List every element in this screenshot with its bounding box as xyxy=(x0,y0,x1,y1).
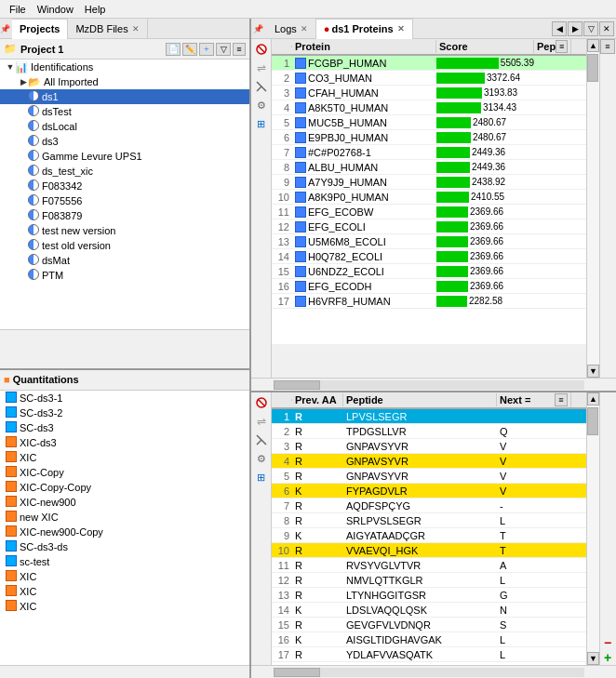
identifications-expand[interactable]: ▼ xyxy=(6,62,15,72)
peptide-row-2[interactable]: 2 R TPDGSLLVR Q xyxy=(272,424,586,439)
grid-btn[interactable]: ⊞ xyxy=(253,115,270,132)
tab-logs[interactable]: Logs ✕ xyxy=(267,19,316,39)
tab-mzdb[interactable]: MzDB Files ✕ xyxy=(68,19,147,39)
project-btn-3[interactable]: + xyxy=(199,43,214,56)
nav-prev-btn[interactable]: ◀ xyxy=(552,21,567,36)
tree-item-ds3[interactable]: ds3 xyxy=(0,134,249,149)
quant-item-xic-new900[interactable]: XIC-new900 xyxy=(0,495,249,510)
proteins-corner-btn-1[interactable]: ≡ xyxy=(600,39,615,54)
tree-item-dstest[interactable]: dsTest xyxy=(0,104,249,119)
project-btn-1[interactable]: 📄 xyxy=(166,43,181,56)
quant-item-sc-ds3-2[interactable]: SC-ds3-2 xyxy=(0,405,249,420)
quant-item-xic4[interactable]: XIC xyxy=(0,599,249,614)
quant-item-xic-copy-copy[interactable]: XIC-Copy-Copy xyxy=(0,480,249,495)
peptides-vscroll[interactable]: ▲ ▼ xyxy=(586,392,599,665)
protein-row-7[interactable]: 7 #C#P02768-1 2449.36 xyxy=(272,145,586,160)
tree-item-ptm[interactable]: PTM xyxy=(0,268,249,283)
peptide-row-10[interactable]: 10 R VVAEVQI_HGK T xyxy=(272,543,586,558)
quant-item-xic3[interactable]: XIC xyxy=(0,584,249,599)
proteins-hscroll[interactable] xyxy=(251,378,616,391)
quant-item-xic-copy[interactable]: XIC-Copy xyxy=(0,465,249,480)
peptide-row-13[interactable]: 13 R LTYNHGGITGSR G xyxy=(272,588,586,603)
proteins-tab-close[interactable]: ✕ xyxy=(397,24,405,33)
pep-col-prev[interactable]: Prev. AA xyxy=(292,393,343,406)
protein-row-16[interactable]: 16 EFG_ECODH 2369.66 xyxy=(272,279,586,294)
tree-item-ds1[interactable]: ds1 xyxy=(0,89,249,104)
pep-settings-btn[interactable]: ⚙ xyxy=(253,450,270,467)
peptide-row-17[interactable]: 17 R YDLAFVVASQATK L xyxy=(272,647,586,662)
quant-item-xic[interactable]: XIC xyxy=(0,450,249,465)
pep-col-settings[interactable]: ≡ xyxy=(555,393,568,406)
quant-item-new-xic[interactable]: new XIC xyxy=(0,510,249,525)
project-btn-4[interactable]: ▽ xyxy=(216,43,231,56)
tree-item-f083342[interactable]: F083342 xyxy=(0,179,249,193)
quant-item-sc-ds3-1[interactable]: SC-ds3-1 xyxy=(0,391,249,405)
proteins-scroll-up[interactable]: ▲ xyxy=(587,39,599,52)
all-imported-expand[interactable]: ▶ xyxy=(19,77,28,86)
proteins-col-protein[interactable]: Protein xyxy=(292,40,436,53)
peptide-row-15[interactable]: 15 R GEVGFVLVDNQR S xyxy=(272,618,586,632)
peptides-plus-btn[interactable]: + xyxy=(600,650,615,665)
protein-row-14[interactable]: 14 H0Q782_ECOLI 2369.66 xyxy=(272,249,586,264)
tree-item-gamme[interactable]: Gamme Levure UPS1 xyxy=(0,149,249,164)
peptide-row-16[interactable]: 16 K AISGLTIDGHAVGAK L xyxy=(272,632,586,647)
protein-row-11[interactable]: 11 EFG_ECOBW 2369.66 xyxy=(272,205,586,219)
quant-item-sc-ds3-ds[interactable]: SC-ds3-ds xyxy=(0,539,249,554)
all-imported-item[interactable]: ▶ 📂 All Imported xyxy=(0,74,249,89)
peptide-row-5[interactable]: 5 R GNPAVSYVR V xyxy=(272,469,586,484)
protein-row-3[interactable]: 3 CFAH_HUMAN 3193.83 xyxy=(272,86,586,100)
menu-help[interactable]: Help xyxy=(79,2,112,17)
filter-btn[interactable] xyxy=(253,41,270,58)
project-btn-2[interactable]: ✏️ xyxy=(182,43,197,56)
arrow-btn[interactable]: ⇌ xyxy=(253,60,270,76)
pep-grid-btn[interactable]: ⊞ xyxy=(253,469,270,485)
proteins-scroll-down[interactable]: ▼ xyxy=(587,365,599,378)
nav-close-btn[interactable]: ✕ xyxy=(599,21,614,36)
peptides-scroll-up[interactable]: ▲ xyxy=(587,392,599,405)
proteins-col-score[interactable]: Score xyxy=(436,40,534,53)
nav-next-btn[interactable]: ▶ xyxy=(568,21,583,36)
tree-item-dslocal[interactable]: dsLocal xyxy=(0,119,249,134)
protein-row-1[interactable]: 1 FCGBP_HUMAN 5505.39 xyxy=(272,56,586,71)
peptide-row-8[interactable]: 8 R SRLPVSLSEGR L xyxy=(272,513,586,528)
quant-item-sc-ds3[interactable]: SC-ds3 xyxy=(0,420,249,435)
protein-row-2[interactable]: 2 CO3_HUMAN 3372.64 xyxy=(272,71,586,86)
peptide-row-9[interactable]: 9 K AIGYATAADÇGR T xyxy=(272,528,586,543)
proteins-scroll-thumb[interactable] xyxy=(587,54,598,82)
tree-item-test-new[interactable]: test new version xyxy=(0,223,249,238)
protein-row-8[interactable]: 8 ALBU_HUMAN 2449.36 xyxy=(272,160,586,175)
protein-row-17[interactable]: 17 H6VRF8_HUMAN 2282.58 xyxy=(272,294,586,309)
logs-tab-close[interactable]: ✕ xyxy=(301,24,308,33)
peptide-row-1[interactable]: 1 R LPVSLSEGR xyxy=(272,409,586,424)
tree-item-ds-test-xic[interactable]: ds_test_xic xyxy=(0,164,249,179)
peptide-row-4[interactable]: 4 R GNPAVSYVR V xyxy=(272,454,586,469)
protein-row-13[interactable]: 13 U5M6M8_ECOLI 2369.66 xyxy=(272,234,586,249)
tab-projects[interactable]: Projects xyxy=(12,19,68,39)
pep-scissors-btn[interactable] xyxy=(253,432,270,448)
protein-row-4[interactable]: 4 A8K5T0_HUMAN 3134.43 xyxy=(272,100,586,115)
peptides-scroll-track[interactable] xyxy=(587,405,599,652)
peptides-minus-btn[interactable]: − xyxy=(600,635,615,650)
menu-file[interactable]: File xyxy=(4,2,32,17)
tree-item-test-old[interactable]: test old version xyxy=(0,238,249,253)
peptide-row-12[interactable]: 12 R NMVLQTTKGLR L xyxy=(272,573,586,588)
menu-window[interactable]: Window xyxy=(32,2,79,17)
tree-item-dsmat[interactable]: dsMat xyxy=(0,253,249,268)
scissors-btn[interactable] xyxy=(253,78,270,95)
identifications-hscroll[interactable] xyxy=(0,329,249,342)
proteins-col-settings[interactable]: ≡ xyxy=(556,40,568,53)
settings-btn[interactable]: ⚙ xyxy=(253,97,270,113)
protein-row-5[interactable]: 5 MUC5B_HUMAN 2480.67 xyxy=(272,115,586,130)
quantitations-hscroll[interactable] xyxy=(0,665,249,678)
project-expand-btn[interactable]: ≡ xyxy=(233,43,246,56)
quant-item-xic-ds3[interactable]: XIC-ds3 xyxy=(0,435,249,450)
pep-arrow-btn[interactable]: ⇌ xyxy=(253,413,270,430)
nav-list-btn[interactable]: ▽ xyxy=(583,21,598,36)
protein-row-10[interactable]: 10 A8K9P0_HUMAN 2410.55 xyxy=(272,190,586,205)
pep-filter-btn[interactable] xyxy=(253,394,270,411)
peptide-row-7[interactable]: 7 R AQDFSPÇYG - xyxy=(272,499,586,513)
peptide-row-3[interactable]: 3 R GNPAVSYVR V xyxy=(272,439,586,454)
protein-row-6[interactable]: 6 E9PBJ0_HUMAN 2480.67 xyxy=(272,130,586,145)
quant-item-xic-new900-copy[interactable]: XIC-new900-Copy xyxy=(0,525,249,539)
peptides-hscroll[interactable] xyxy=(251,665,616,678)
